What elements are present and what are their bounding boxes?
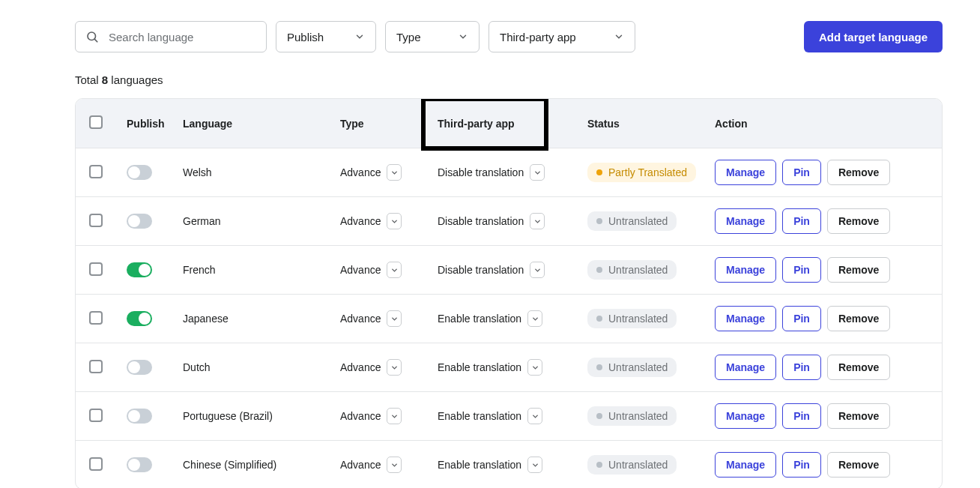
column-header-app: Third-party app: [438, 118, 515, 130]
status-badge: Untranslated: [587, 260, 677, 280]
publish-toggle[interactable]: [127, 262, 152, 277]
manage-button[interactable]: Manage: [715, 208, 776, 234]
manage-button[interactable]: Manage: [715, 306, 776, 331]
language-cell: Portuguese (Brazil): [183, 410, 340, 422]
language-cell: Japanese: [183, 313, 340, 325]
type-cell: Advance: [340, 215, 381, 227]
publish-toggle[interactable]: [127, 360, 152, 375]
pin-button[interactable]: Pin: [782, 160, 821, 185]
app-cell: Enable translation: [438, 459, 521, 471]
filter-publish-dropdown[interactable]: Publish: [276, 21, 376, 52]
remove-button[interactable]: Remove: [827, 355, 890, 380]
table-row: Chinese (Simplified)AdvanceEnable transl…: [76, 440, 942, 488]
publish-toggle[interactable]: [127, 311, 152, 326]
column-header-language: Language: [183, 118, 340, 130]
table-header: Publish Language Type Third-party app St…: [76, 99, 942, 148]
language-cell: Welsh: [183, 166, 340, 178]
app-cell: Enable translation: [438, 313, 521, 325]
manage-button[interactable]: Manage: [715, 452, 776, 478]
pin-button[interactable]: Pin: [782, 306, 821, 331]
app-dropdown[interactable]: [530, 213, 545, 229]
manage-button[interactable]: Manage: [715, 257, 776, 283]
chevron-down-icon: [458, 31, 468, 42]
search-icon: [85, 30, 99, 43]
svg-line-1: [94, 39, 97, 42]
row-checkbox[interactable]: [89, 311, 103, 325]
app-dropdown[interactable]: [530, 262, 545, 278]
type-dropdown[interactable]: [387, 457, 402, 473]
remove-button[interactable]: Remove: [827, 208, 890, 234]
table-row: GermanAdvanceDisable translationUntransl…: [76, 196, 942, 245]
status-badge: Partly Translated: [587, 163, 696, 182]
type-dropdown[interactable]: [387, 213, 402, 229]
pin-button[interactable]: Pin: [782, 403, 821, 429]
remove-button[interactable]: Remove: [827, 306, 890, 331]
table-row: DutchAdvanceEnable translationUntranslat…: [76, 343, 942, 391]
status-badge: Untranslated: [587, 309, 677, 328]
type-dropdown[interactable]: [387, 408, 402, 424]
publish-toggle[interactable]: [127, 457, 152, 472]
manage-button[interactable]: Manage: [715, 403, 776, 429]
search-input-wrapper: [75, 21, 267, 52]
row-checkbox[interactable]: [89, 214, 103, 227]
language-cell: German: [183, 215, 340, 227]
status-badge: Untranslated: [587, 455, 677, 475]
publish-toggle[interactable]: [127, 214, 152, 229]
pin-button[interactable]: Pin: [782, 355, 821, 380]
app-dropdown[interactable]: [527, 457, 542, 473]
type-cell: Advance: [340, 313, 381, 325]
remove-button[interactable]: Remove: [827, 257, 890, 283]
row-checkbox[interactable]: [89, 457, 103, 471]
type-cell: Advance: [340, 459, 381, 471]
pin-button[interactable]: Pin: [782, 452, 821, 478]
column-header-publish: Publish: [127, 118, 183, 130]
language-cell: Dutch: [183, 361, 340, 373]
status-badge: Untranslated: [587, 358, 677, 377]
app-dropdown[interactable]: [527, 310, 542, 327]
type-cell: Advance: [340, 166, 381, 178]
app-dropdown[interactable]: [530, 164, 545, 181]
app-cell: Disable translation: [438, 264, 524, 276]
column-header-action: Action: [715, 118, 748, 130]
table-row: WelshAdvanceDisable translationPartly Tr…: [76, 148, 942, 196]
manage-button[interactable]: Manage: [715, 160, 776, 185]
filter-app-dropdown[interactable]: Third-party app: [489, 21, 635, 52]
type-cell: Advance: [340, 410, 381, 422]
publish-toggle[interactable]: [127, 409, 152, 424]
chevron-down-icon: [614, 31, 624, 42]
column-header-type: Type: [340, 118, 438, 130]
type-dropdown[interactable]: [387, 359, 402, 376]
row-checkbox[interactable]: [89, 262, 103, 276]
total-count: Total 8 languages: [75, 73, 943, 86]
row-checkbox[interactable]: [89, 360, 103, 373]
select-all-checkbox[interactable]: [89, 115, 103, 129]
row-checkbox[interactable]: [89, 165, 103, 178]
app-cell: Enable translation: [438, 410, 521, 422]
filter-type-dropdown[interactable]: Type: [385, 21, 480, 52]
column-header-status: Status: [587, 118, 715, 130]
app-cell: Disable translation: [438, 166, 524, 178]
type-dropdown[interactable]: [387, 262, 402, 278]
remove-button[interactable]: Remove: [827, 452, 890, 478]
manage-button[interactable]: Manage: [715, 355, 776, 380]
status-badge: Untranslated: [587, 406, 677, 426]
languages-table: Publish Language Type Third-party app St…: [75, 98, 943, 488]
chevron-down-icon: [354, 31, 365, 42]
type-cell: Advance: [340, 264, 381, 276]
filter-publish-label: Publish: [287, 31, 324, 43]
app-dropdown[interactable]: [527, 408, 542, 424]
row-checkbox[interactable]: [89, 409, 103, 422]
status-badge: Untranslated: [587, 211, 677, 231]
type-dropdown[interactable]: [387, 310, 402, 327]
remove-button[interactable]: Remove: [827, 160, 890, 185]
pin-button[interactable]: Pin: [782, 257, 821, 283]
app-dropdown[interactable]: [527, 359, 542, 376]
filter-toolbar: Publish Type Third-party app Add target …: [75, 21, 943, 52]
add-target-language-button[interactable]: Add target language: [804, 21, 943, 52]
publish-toggle[interactable]: [127, 165, 152, 180]
app-cell: Enable translation: [438, 361, 521, 373]
type-dropdown[interactable]: [387, 164, 402, 181]
search-input[interactable]: [75, 21, 267, 52]
pin-button[interactable]: Pin: [782, 208, 821, 234]
remove-button[interactable]: Remove: [827, 403, 890, 429]
